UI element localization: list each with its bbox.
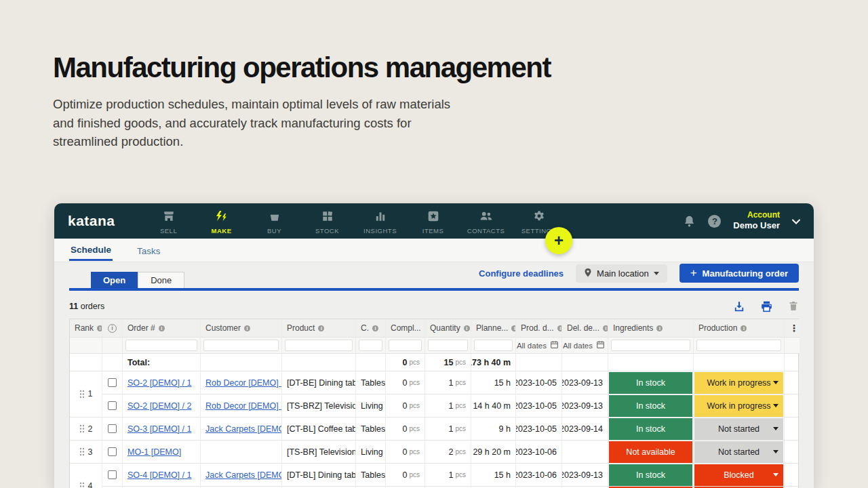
nav-item-stock[interactable]: STOCK bbox=[301, 207, 354, 235]
quantity-cell: 1pcs bbox=[425, 464, 471, 487]
location-selector[interactable]: Main location bbox=[576, 264, 667, 283]
customer-link[interactable]: Rob Decor [DEMO] (SO bbox=[205, 378, 282, 388]
completed-cell: 0pcs bbox=[386, 441, 425, 464]
nav-item-label: MAKE bbox=[212, 227, 232, 235]
production-status-badge[interactable]: Work in progress bbox=[694, 395, 783, 417]
column-filter-input[interactable] bbox=[389, 340, 422, 351]
column-info-icon: i bbox=[244, 325, 250, 331]
production-cell: Work in progress bbox=[694, 394, 785, 418]
col-menu[interactable]: ⋮ bbox=[785, 319, 800, 338]
row-checkbox[interactable] bbox=[108, 401, 117, 410]
nav-item-contacts[interactable]: CONTACTS bbox=[460, 207, 513, 235]
row-checkbox[interactable] bbox=[108, 470, 117, 479]
column-label: Customer bbox=[205, 323, 241, 333]
nav-item-sell[interactable]: SELL bbox=[142, 207, 195, 235]
row-checkbox[interactable] bbox=[108, 424, 117, 433]
manufacturing-order-button[interactable]: + Manufacturing order bbox=[679, 264, 799, 283]
drag-handle-icon[interactable] bbox=[79, 424, 85, 433]
print-icon[interactable] bbox=[760, 300, 773, 312]
total-cell bbox=[516, 354, 562, 371]
storefront-icon bbox=[163, 210, 175, 225]
column-label: Product bbox=[287, 323, 315, 333]
configure-deadlines-link[interactable]: Configure deadlines bbox=[479, 268, 564, 279]
production-status-badge[interactable]: Work in progress bbox=[694, 372, 783, 394]
col-order[interactable]: Order #i bbox=[123, 319, 201, 338]
drag-handle-icon[interactable] bbox=[79, 447, 85, 456]
order-link[interactable]: SO-3 [DEMO] / 1 bbox=[127, 424, 191, 434]
open-tab[interactable]: Open bbox=[91, 272, 138, 288]
checkbox-cell bbox=[102, 464, 123, 487]
orders-bar: 11 orders bbox=[69, 293, 799, 319]
order-link[interactable]: SO-2 [DEMO] / 2 bbox=[127, 401, 191, 411]
total-cell bbox=[201, 354, 282, 371]
customer-link[interactable]: Jack Carpets [DEMO] (S bbox=[205, 470, 282, 480]
production-status-badge[interactable]: Blocked bbox=[694, 464, 783, 486]
row-checkbox[interactable] bbox=[108, 378, 117, 387]
planned-time-cell: 14 h 40 m bbox=[471, 394, 516, 418]
tab-schedule[interactable]: Schedule bbox=[69, 239, 113, 261]
all-dates-filter[interactable]: All dates bbox=[519, 340, 559, 350]
nav-item-buy[interactable]: BUY bbox=[248, 207, 301, 235]
checkbox-cell bbox=[102, 441, 123, 464]
customer-link[interactable]: Jack Carpets [DEMO] (S bbox=[205, 424, 282, 434]
help-icon[interactable]: ? bbox=[708, 215, 721, 228]
col-ingredients[interactable]: Ingredientsi bbox=[608, 319, 694, 338]
account-menu[interactable]: Account Demo User bbox=[733, 210, 780, 231]
del-deadline-cell: 2023-09-13 bbox=[562, 464, 608, 487]
row-menu-cell bbox=[785, 371, 800, 394]
add-button[interactable]: + bbox=[545, 227, 572, 254]
tab-tasks[interactable]: Tasks bbox=[136, 241, 162, 260]
column-filter-input[interactable] bbox=[428, 340, 468, 351]
trash-icon[interactable] bbox=[788, 300, 799, 312]
order-link[interactable]: MO-1 [DEMO] bbox=[127, 447, 181, 457]
col-production[interactable]: Productioni bbox=[694, 319, 785, 338]
column-label: Compl... bbox=[391, 323, 421, 333]
column-filter-input[interactable] bbox=[285, 340, 353, 351]
app-window: katana SELLMAKEBUYSTOCKINSIGHTSITEMSCONT… bbox=[54, 203, 814, 488]
col-quantity[interactable]: Quantityi bbox=[425, 319, 471, 338]
column-menu-icon[interactable]: ⋮ bbox=[789, 323, 799, 333]
order-link[interactable]: SO-4 [DEMO] / 1 bbox=[127, 470, 191, 480]
nav-item-items[interactable]: ITEMS bbox=[407, 207, 460, 235]
manufacturing-order-label: Manufacturing order bbox=[703, 268, 788, 279]
row-checkbox[interactable] bbox=[108, 447, 117, 456]
done-tab[interactable]: Done bbox=[138, 272, 184, 288]
column-filter-input[interactable] bbox=[474, 340, 513, 351]
production-status-badge[interactable]: Not started bbox=[694, 418, 783, 440]
drag-handle-icon[interactable] bbox=[79, 482, 85, 488]
badge-label: In stock bbox=[636, 424, 665, 434]
all-dates-filter[interactable]: All dates bbox=[565, 340, 605, 350]
bell-icon[interactable] bbox=[683, 215, 696, 228]
col-planned[interactable]: Planne...i bbox=[471, 319, 516, 338]
del-deadline-cell bbox=[562, 441, 608, 464]
nav-item-insights[interactable]: INSIGHTS bbox=[354, 207, 407, 235]
rank-cell: 1 bbox=[70, 371, 102, 394]
column-filter-input[interactable] bbox=[359, 340, 382, 351]
production-status-badge[interactable]: Not started bbox=[694, 441, 783, 463]
col-prod-deadline[interactable]: Prod. d...i bbox=[516, 319, 562, 338]
calendar-icon bbox=[550, 340, 559, 350]
column-filter-input[interactable] bbox=[696, 340, 781, 351]
column-filter-input[interactable] bbox=[611, 340, 690, 351]
nav-item-make[interactable]: MAKE bbox=[195, 207, 248, 235]
order-link[interactable]: SO-2 [DEMO] / 1 bbox=[127, 378, 191, 388]
col-del-deadline[interactable]: Del. de...i bbox=[562, 319, 608, 338]
completed-cell: 0pcs bbox=[386, 371, 425, 394]
column-filter-input[interactable] bbox=[203, 340, 279, 351]
col-rank[interactable]: Ranki bbox=[70, 319, 102, 338]
download-icon[interactable] bbox=[733, 300, 745, 312]
column-filter-input[interactable] bbox=[125, 340, 197, 351]
planned-time-cell: 15 h bbox=[471, 464, 516, 487]
customer-link[interactable]: Rob Decor [DEMO] (SO bbox=[205, 401, 282, 411]
col-customer[interactable]: Customeri bbox=[201, 319, 282, 338]
drag-handle-icon[interactable] bbox=[79, 390, 85, 399]
col-category[interactable]: C.i bbox=[356, 319, 386, 338]
total-cell bbox=[282, 354, 356, 371]
column-label: Del. de... bbox=[567, 323, 599, 333]
quantity-cell: 1pcs bbox=[425, 371, 471, 394]
col-completed[interactable]: Compl...i bbox=[386, 319, 425, 338]
col-info[interactable]: i bbox=[102, 319, 123, 338]
chevron-down-icon[interactable] bbox=[792, 215, 800, 227]
col-product[interactable]: Producti bbox=[282, 319, 356, 338]
filter-cell bbox=[102, 338, 123, 354]
